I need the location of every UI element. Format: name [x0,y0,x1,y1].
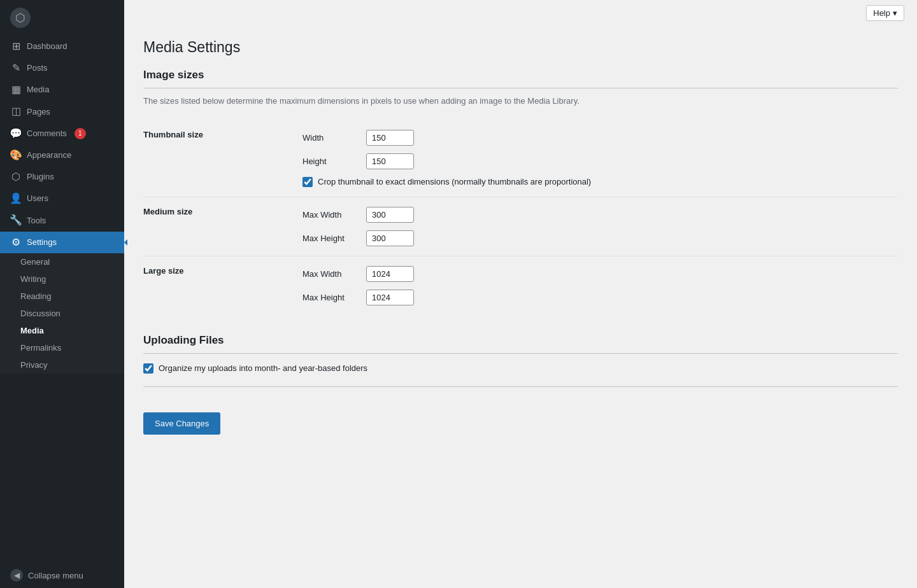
large-height-row: Max Height [302,290,898,305]
image-sizes-title: Image sizes [143,69,898,88]
medium-width-input[interactable] [366,207,414,223]
large-width-input[interactable] [366,266,414,282]
sidebar-item-label: Tools [27,215,46,227]
tools-icon: 🔧 [10,215,22,227]
thumbnail-row: Thumbnail size Width Height Crop thumbna… [143,120,898,197]
settings-submenu: General Writing Reading Discussion Media… [0,253,124,374]
thumbnail-height-row: Height [302,153,898,169]
sidebar-item-label: Pages [27,106,50,118]
thumbnail-height-label: Height [302,157,360,166]
sidebar-item-label: Appearance [27,150,71,161]
thumbnail-label: Thumbnail size [143,120,302,197]
collapse-menu-label: Collapse menu [28,571,83,580]
large-fields: Max Width Max Height [302,256,898,315]
large-row: Large size Max Width Max Height [143,256,898,315]
sidebar-item-plugins[interactable]: ⬡ Plugins [0,166,124,188]
top-bar: Help ▾ [124,0,917,26]
content-area: Media Settings Image sizes The sizes lis… [124,26,917,588]
image-sizes-description: The sizes listed below determine the max… [143,95,898,108]
large-width-label: Max Width [302,269,360,279]
submenu-permalinks[interactable]: Permalinks [0,339,124,356]
submenu-media[interactable]: Media [0,322,124,339]
thumbnail-width-label: Width [302,133,360,143]
thumbnail-fields: Width Height Crop thumbnail to exact dim… [302,120,898,197]
large-label: Large size [143,256,302,315]
pages-icon: ◫ [10,106,22,118]
sidebar-item-dashboard[interactable]: ⊞ Dashboard [0,36,124,57]
uploading-files-title: Uploading Files [143,334,898,354]
main-content: Help ▾ Media Settings Image sizes The si… [124,0,917,588]
sidebar-item-label: Media [27,84,49,95]
collapse-menu-button[interactable]: ◀ Collapse menu [0,563,124,588]
sidebar-item-comments[interactable]: 💬 Comments 1 [0,123,124,144]
organize-uploads-row: Organize my uploads into month- and year… [143,363,898,374]
submenu-writing[interactable]: Writing [0,270,124,288]
sidebar-item-label: Comments [27,128,67,139]
sidebar-item-label: Settings [27,237,57,248]
posts-icon: ✎ [10,62,22,74]
plugins-icon: ⬡ [10,171,22,183]
medium-label: Medium size [143,197,302,256]
help-chevron-icon: ▾ [893,8,897,18]
divider [143,386,898,387]
thumbnail-width-row: Width [302,130,898,146]
sidebar-item-posts[interactable]: ✎ Posts [0,57,124,79]
submenu-privacy[interactable]: Privacy [0,356,124,374]
medium-height-input[interactable] [366,230,414,246]
medium-row: Medium size Max Width Max Height [143,197,898,256]
organize-uploads-label: Organize my uploads into month- and year… [159,363,367,373]
sidebar-item-appearance[interactable]: 🎨 Appearance [0,144,124,166]
page-title: Media Settings [143,39,898,56]
dashboard-icon: ⊞ [10,41,22,52]
thumbnail-height-input[interactable] [366,153,414,169]
sidebar-item-label: Dashboard [27,41,68,52]
save-changes-button[interactable]: Save Changes [143,412,220,435]
help-label: Help [873,8,890,18]
medium-height-label: Max Height [302,234,360,243]
thumbnail-crop-row: Crop thumbnail to exact dimensions (norm… [302,177,898,187]
users-icon: 👤 [10,193,22,204]
sidebar-item-label: Plugins [27,171,54,183]
sidebar-item-label: Posts [27,62,48,74]
settings-icon: ⚙ [10,237,22,248]
sidebar-item-pages[interactable]: ◫ Pages [0,101,124,123]
sidebar-item-label: Users [27,193,48,204]
large-height-input[interactable] [366,290,414,305]
wp-logo-icon: ⬡ [10,8,31,28]
submenu-discussion[interactable]: Discussion [0,305,124,322]
medium-width-row: Max Width [302,207,898,223]
comments-icon: 💬 [10,128,22,139]
sidebar-logo[interactable]: ⬡ [0,0,124,36]
help-button[interactable]: Help ▾ [866,5,904,21]
submenu-general[interactable]: General [0,253,124,270]
sidebar-item-users[interactable]: 👤 Users [0,188,124,209]
sidebar-navigation: ⊞ Dashboard ✎ Posts ▦ Media ◫ Pages 💬 Co… [0,36,124,563]
medium-fields: Max Width Max Height [302,197,898,256]
media-icon: ▦ [10,84,22,95]
sidebar: ⬡ ⊞ Dashboard ✎ Posts ▦ Media ◫ Pages 💬 … [0,0,124,588]
thumbnail-crop-label: Crop thumbnail to exact dimensions (norm… [318,177,591,186]
comments-badge: 1 [75,128,86,139]
appearance-icon: 🎨 [10,150,22,161]
large-width-row: Max Width [302,266,898,282]
submenu-reading[interactable]: Reading [0,288,124,305]
large-height-label: Max Height [302,293,360,302]
sidebar-arrow-icon [124,239,127,246]
thumbnail-width-input[interactable] [366,130,414,146]
collapse-icon: ◀ [10,569,23,582]
thumbnail-crop-checkbox[interactable] [302,177,313,187]
sidebar-item-settings[interactable]: ⚙ Settings [0,232,124,253]
organize-uploads-checkbox[interactable] [143,363,153,374]
medium-height-row: Max Height [302,230,898,246]
sidebar-item-media[interactable]: ▦ Media [0,79,124,101]
sidebar-item-tools[interactable]: 🔧 Tools [0,210,124,232]
medium-width-label: Max Width [302,210,360,220]
image-sizes-table: Thumbnail size Width Height Crop thumbna… [143,120,898,315]
